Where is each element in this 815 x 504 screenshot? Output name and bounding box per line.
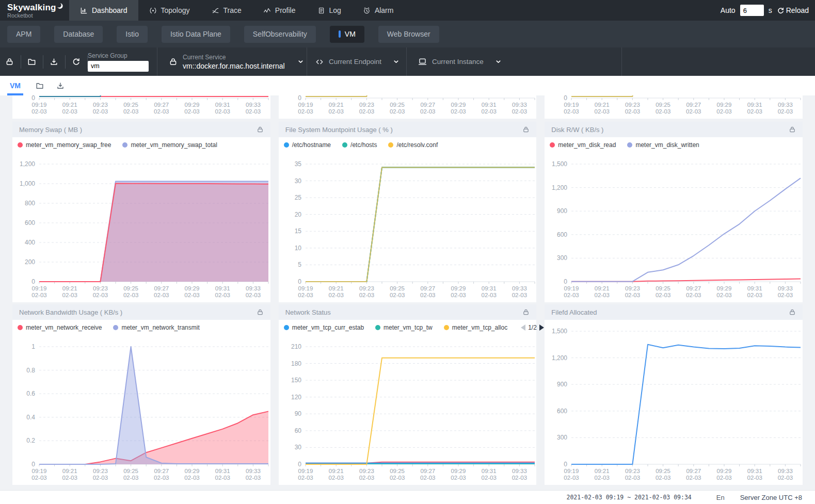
panel-lock-button[interactable]	[522, 308, 530, 316]
group-tab-istio[interactable]: Istio	[117, 26, 148, 43]
nav-item-log[interactable]: Log	[307, 0, 352, 21]
chart-panel: Disk R/W ( KB/s )meter_vm_disk_readmeter…	[545, 122, 803, 302]
nav-item-trace[interactable]: Trace	[201, 0, 252, 21]
legend-item[interactable]: meter_vm_tcp_tw	[375, 324, 433, 331]
legend-item[interactable]: meter_vm_network_receive	[18, 324, 102, 331]
group-tab-database[interactable]: Database	[54, 26, 103, 43]
current-service-select[interactable]: Current Service vm::docker.for.mac.host.…	[157, 47, 307, 76]
legend-item[interactable]: meter_vm_tcp_alloc	[444, 324, 507, 331]
lock-icon	[5, 57, 14, 66]
nav-item-profile[interactable]: Profile	[252, 0, 307, 21]
svg-text:09:2102-03: 09:2102-03	[595, 102, 610, 115]
svg-text:600: 600	[25, 219, 35, 226]
svg-text:200: 200	[25, 258, 35, 266]
service-group-field: Service Group	[88, 47, 157, 76]
auto-interval-input[interactable]	[740, 5, 764, 16]
svg-text:09:2502-03: 09:2502-03	[390, 468, 405, 481]
service-group-input[interactable]	[88, 61, 149, 72]
legend-item[interactable]: meter_vm_memory_swap_free	[18, 141, 111, 149]
svg-text:09:2102-03: 09:2102-03	[328, 468, 343, 481]
svg-text:0.8: 0.8	[26, 367, 35, 374]
nav-item-dashboard[interactable]: Dashboard	[69, 0, 138, 21]
pager-prev-icon[interactable]	[521, 324, 525, 331]
svg-text:09:1902-03: 09:1902-03	[298, 468, 313, 481]
chart-plot: 009:1902-0309:2102-0309:2302-0309:2502-0…	[282, 95, 540, 117]
svg-text:09:2102-03: 09:2102-03	[595, 285, 610, 298]
legend-dot	[284, 142, 289, 148]
current-endpoint-select[interactable]: Current Endpoint	[307, 47, 407, 76]
legend-item[interactable]: /etc/hostname	[284, 141, 331, 149]
panel-lock-button[interactable]	[789, 308, 796, 316]
svg-text:09:3102-03: 09:3102-03	[481, 102, 496, 115]
svg-text:90: 90	[294, 410, 301, 417]
nav-item-alarm[interactable]: Alarm	[352, 0, 405, 21]
svg-text:09:3302-03: 09:3302-03	[512, 102, 526, 115]
folder-button-small[interactable]	[36, 82, 44, 90]
svg-text:09:2102-03: 09:2102-03	[62, 102, 77, 115]
svg-text:09:3302-03: 09:3302-03	[512, 285, 526, 298]
svg-text:09:3302-03: 09:3302-03	[246, 102, 261, 115]
legend-item[interactable]: meter_vm_tcp_curr_estab	[284, 324, 364, 331]
tab-vm[interactable]: VM	[7, 76, 23, 95]
refresh-button[interactable]	[72, 57, 81, 66]
panel-title: Network Status	[285, 308, 331, 316]
svg-text:09:2302-03: 09:2302-03	[93, 285, 108, 298]
svg-text:09:2302-03: 09:2302-03	[93, 468, 108, 481]
svg-text:1,200: 1,200	[552, 184, 567, 191]
svg-text:400: 400	[25, 239, 35, 246]
download-icon	[50, 57, 58, 66]
pager-next-icon[interactable]	[539, 324, 544, 331]
lock-icon	[522, 308, 530, 316]
lock-icon	[257, 308, 264, 316]
toolbar-spacer	[622, 47, 815, 76]
panel-lock-button[interactable]	[522, 126, 530, 133]
legend-item[interactable]: meter_vm_network_transmit	[113, 324, 199, 331]
legend-item[interactable]: meter_vm_disk_read	[550, 141, 616, 149]
auto-reload-controls: Auto s Reload	[721, 0, 815, 21]
time-range[interactable]: 2021-02-03 09:19 ~ 2021-02-03 09:34	[566, 494, 691, 501]
svg-text:09:2302-03: 09:2302-03	[359, 285, 374, 298]
svg-text:150: 150	[291, 377, 301, 384]
group-tab-apm[interactable]: APM	[7, 26, 40, 43]
svg-text:09:2302-03: 09:2302-03	[625, 102, 640, 115]
chart-plot: 03006009001,2001,50009:1902-0309:2102-03…	[548, 320, 806, 483]
auto-unit: s	[769, 6, 772, 14]
legend-item[interactable]: meter_vm_memory_swap_total	[122, 141, 217, 149]
reload-button[interactable]: Reload	[777, 6, 809, 14]
panel-lock-button[interactable]	[257, 126, 264, 133]
legend-item[interactable]: meter_vm_disk_written	[627, 141, 699, 149]
panel-lock-button[interactable]	[789, 126, 796, 133]
group-tab-web-browser[interactable]: Web Browser	[378, 26, 439, 43]
logo-subtitle: Rocketbot	[7, 13, 63, 19]
legend-item[interactable]: /etc/resolv.conf	[388, 141, 438, 149]
svg-text:09:2102-03: 09:2102-03	[595, 468, 610, 481]
export-button[interactable]	[50, 57, 58, 66]
panel-header: Network Status	[279, 304, 537, 320]
panel-lock-button[interactable]	[257, 308, 264, 316]
group-tab-vm[interactable]: VM	[330, 26, 364, 43]
dashboard-icon	[80, 7, 88, 14]
auto-label: Auto	[721, 6, 736, 14]
svg-text:09:2702-03: 09:2702-03	[686, 285, 701, 298]
language-switch[interactable]: En	[716, 494, 725, 501]
panel-title: File System Mountpoint Usage ( % )	[285, 126, 393, 134]
nav-item-topology[interactable]: Topology	[138, 0, 201, 21]
group-tab-selfobservability[interactable]: SelfObservability	[244, 26, 316, 43]
svg-text:09:2502-03: 09:2502-03	[123, 285, 138, 298]
plot-area: 009:1902-0309:2102-0309:2302-0309:2502-0…	[12, 95, 270, 119]
plot-area: 03006009001,2001,50009:1902-0309:2102-03…	[545, 320, 803, 485]
svg-text:1,200: 1,200	[552, 354, 567, 362]
svg-text:0: 0	[298, 461, 301, 468]
export-button-small[interactable]	[56, 82, 65, 90]
folder-button[interactable]	[27, 57, 36, 66]
legend-dot	[284, 325, 289, 330]
code-icon	[315, 58, 324, 66]
svg-text:09:2702-03: 09:2702-03	[154, 102, 169, 115]
chart-row: Network Bandwidth Usage ( KB/s )meter_vm…	[12, 304, 803, 485]
svg-text:300: 300	[557, 434, 567, 441]
group-tab-istio-data-plane[interactable]: Istio Data Plane	[162, 26, 230, 43]
svg-text:1,000: 1,000	[20, 180, 35, 187]
legend-item[interactable]: /etc/hosts	[342, 141, 377, 149]
current-instance-select[interactable]: Current Instance	[407, 47, 622, 76]
lock-button[interactable]	[5, 57, 14, 66]
